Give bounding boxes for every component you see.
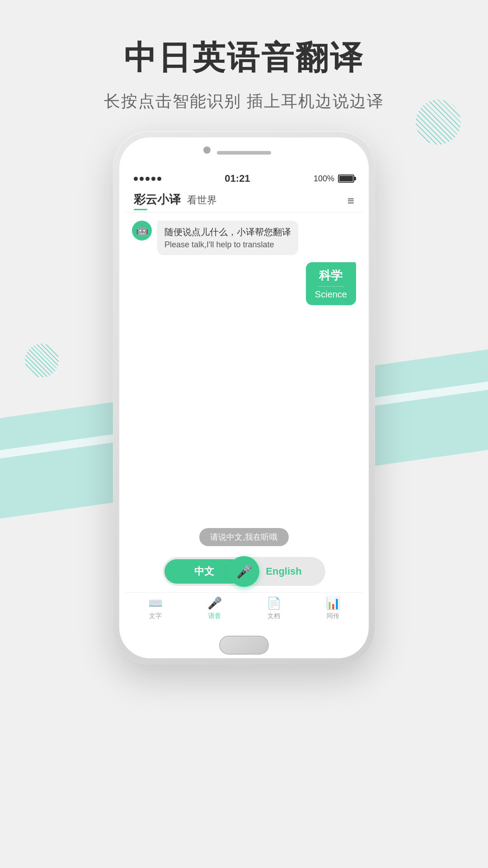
phone-camera: [203, 146, 211, 154]
lang-switch-track: 中文 🎤 English: [163, 557, 325, 586]
tab-text-icon: ⌨️: [148, 596, 163, 610]
bot-text-english: Please talk,I'll help to translate: [164, 240, 291, 250]
bot-avatar: 🤖: [132, 221, 152, 241]
listening-status: 请说中文,我在听哦: [126, 528, 362, 546]
mic-icon: 🎤: [236, 564, 252, 579]
user-text-chinese: 科学: [315, 268, 347, 283]
app-title-wrapper: 彩云小译: [134, 192, 181, 210]
page-subtitle: 长按点击智能识别 插上耳机边说边译: [0, 90, 488, 113]
tab-text-label: 文字: [149, 612, 162, 620]
bubble-divider: [318, 286, 344, 287]
bot-text-chinese: 随便说点儿什么，小译帮您翻译: [164, 226, 291, 238]
menu-button[interactable]: ≡: [347, 194, 354, 208]
mic-button[interactable]: 🎤: [229, 556, 259, 587]
tab-simultaneous-label: 同传: [327, 612, 339, 620]
signal-dot-4: [151, 177, 155, 181]
tab-document-icon: 📄: [267, 596, 281, 610]
tab-simultaneous[interactable]: 📊 同传: [303, 596, 362, 620]
phone-speaker: [217, 151, 271, 155]
tab-simultaneous-icon: 📊: [326, 596, 340, 610]
signal-dot-5: [157, 177, 161, 181]
battery-fill: [339, 176, 353, 181]
status-right: 100%: [314, 174, 354, 184]
page-title: 中日英语音翻译: [0, 36, 488, 80]
user-bubble: 科学 Science: [306, 262, 356, 305]
phone-screen-container: 01:21 100% 彩云小译 看世界: [119, 137, 369, 658]
tab-text[interactable]: ⌨️ 文字: [126, 596, 185, 620]
signal-dot-1: [134, 177, 138, 181]
battery-percent: 100%: [314, 174, 334, 184]
status-bar: 01:21 100%: [126, 170, 362, 187]
page-header: 中日英语音翻译 长按点击智能识别 插上耳机边说边译: [0, 36, 488, 113]
app-header: 彩云小译 看世界 ≡: [126, 187, 362, 212]
app-title-underline: [134, 209, 147, 210]
app-title: 彩云小译: [134, 193, 181, 206]
bot-avatar-icon: 🤖: [136, 225, 148, 236]
bg-decoration-circle-left: [25, 344, 59, 377]
tab-document[interactable]: 📄 文档: [244, 596, 303, 620]
tab-voice-icon: 🎤: [207, 596, 222, 610]
user-message: 科学 Science: [132, 262, 356, 305]
app-title-group: 彩云小译 看世界: [134, 192, 217, 210]
phone-home-button[interactable]: [219, 636, 269, 655]
chat-area: 🤖 随便说点儿什么，小译帮您翻译 Please talk,I'll help t…: [126, 212, 362, 524]
status-time: 01:21: [225, 173, 250, 184]
app-screen: 01:21 100% 彩云小译 看世界: [126, 170, 362, 623]
app-subtitle: 看世界: [187, 193, 217, 207]
phone-mockup: 01:21 100% 彩云小译 看世界: [113, 131, 375, 665]
user-text-english: Science: [315, 289, 347, 300]
signal-dots: [134, 177, 161, 181]
tab-document-label: 文档: [267, 612, 280, 620]
listening-badge: 请说中文,我在听哦: [199, 528, 288, 546]
signal-dot-3: [145, 177, 150, 181]
phone-outer-shell: 01:21 100% 彩云小译 看世界: [113, 131, 375, 665]
bot-bubble: 随便说点儿什么，小译帮您翻译 Please talk,I'll help to …: [157, 221, 298, 255]
tab-voice[interactable]: 🎤 语音: [185, 596, 244, 620]
bot-message: 🤖 随便说点儿什么，小译帮您翻译 Please talk,I'll help t…: [132, 221, 356, 255]
tab-bar: ⌨️ 文字 🎤 语音 📄 文档 📊 同传: [126, 592, 362, 623]
tab-voice-label: 语音: [208, 612, 221, 620]
battery-icon: [338, 175, 354, 183]
lang-switcher: 中文 🎤 English: [126, 551, 362, 592]
signal-dot-2: [140, 177, 144, 181]
